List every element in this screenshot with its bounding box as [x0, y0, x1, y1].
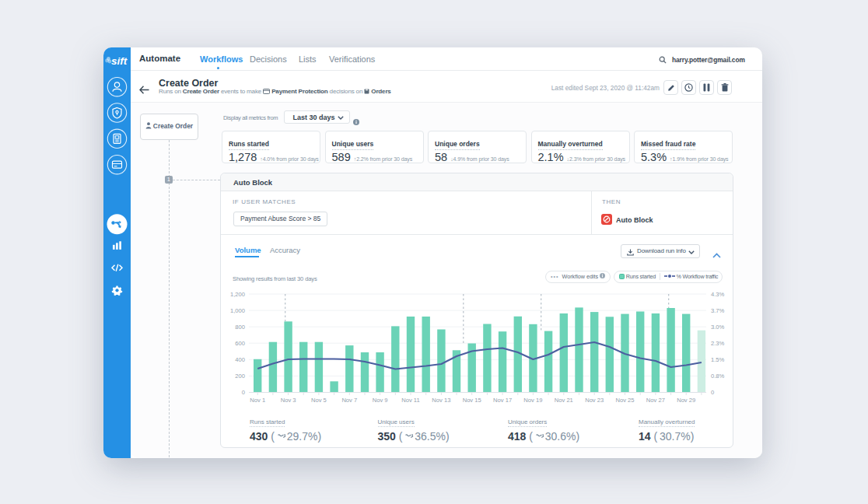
svg-text:sift: sift — [111, 55, 128, 67]
svg-text:Nov 13: Nov 13 — [432, 397, 450, 404]
svg-text:0.8%: 0.8% — [711, 373, 725, 380]
svg-text:600: 600 — [235, 340, 245, 347]
svg-text:Nov 5: Nov 5 — [311, 397, 327, 404]
svg-text:0: 0 — [242, 389, 245, 396]
svg-text:Nov 29: Nov 29 — [677, 397, 695, 404]
svg-text:Nov 23: Nov 23 — [585, 397, 604, 404]
svg-text:200: 200 — [235, 373, 245, 380]
svg-text:3.7%: 3.7% — [711, 307, 725, 314]
svg-text:Nov 9: Nov 9 — [373, 397, 388, 404]
svg-text:400: 400 — [235, 356, 245, 363]
svg-text:3.0%: 3.0% — [711, 324, 725, 331]
svg-text:Nov 17: Nov 17 — [493, 397, 512, 404]
svg-text:Nov 15: Nov 15 — [463, 397, 481, 404]
svg-text:Nov 7: Nov 7 — [341, 397, 357, 404]
svg-text:2.3%: 2.3% — [711, 340, 725, 347]
svg-text:Nov 25: Nov 25 — [615, 397, 634, 404]
svg-text:800: 800 — [235, 324, 245, 331]
svg-text:1,200: 1,200 — [230, 291, 245, 298]
svg-text:Nov 27: Nov 27 — [646, 397, 665, 404]
svg-text:Nov 21: Nov 21 — [555, 397, 573, 404]
svg-text:1.5%: 1.5% — [711, 356, 725, 363]
svg-text:4.3%: 4.3% — [711, 291, 725, 298]
svg-text:Nov 1: Nov 1 — [250, 397, 265, 404]
svg-text:1,000: 1,000 — [230, 307, 245, 314]
svg-text:0: 0 — [711, 389, 714, 396]
svg-text:Nov 3: Nov 3 — [281, 397, 296, 404]
svg-text:Nov 19: Nov 19 — [523, 397, 542, 404]
svg-text:Nov 11: Nov 11 — [401, 397, 420, 404]
